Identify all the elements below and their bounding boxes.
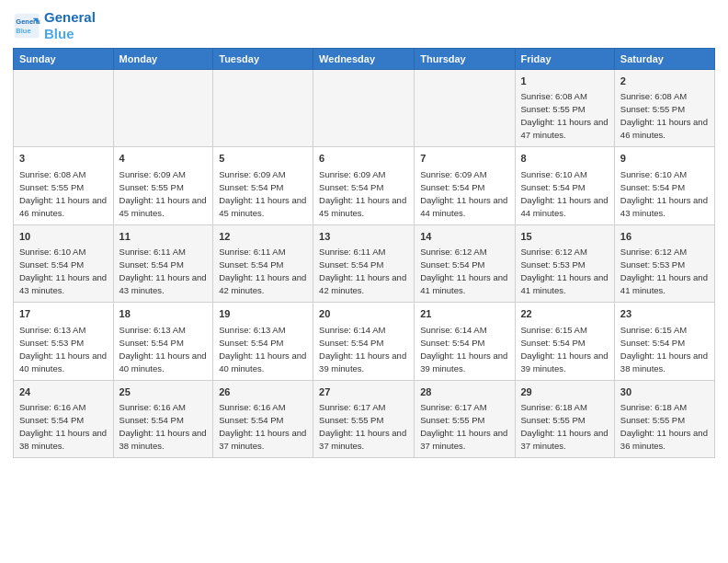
day-info: Sunrise: 6:13 AM Sunset: 5:53 PM Dayligh… — [19, 325, 107, 373]
weekday-header-monday: Monday — [113, 49, 213, 70]
day-info: Sunrise: 6:16 AM Sunset: 5:54 PM Dayligh… — [119, 402, 207, 451]
day-info: Sunrise: 6:08 AM Sunset: 5:55 PM Dayligh… — [521, 91, 609, 140]
day-cell: 12Sunrise: 6:11 AM Sunset: 5:54 PM Dayli… — [213, 224, 313, 302]
weekday-header-tuesday: Tuesday — [213, 49, 313, 70]
day-cell: 19Sunrise: 6:13 AM Sunset: 5:54 PM Dayli… — [213, 303, 313, 380]
day-cell: 11Sunrise: 6:11 AM Sunset: 5:54 PM Dayli… — [113, 224, 213, 302]
day-info: Sunrise: 6:08 AM Sunset: 5:55 PM Dayligh… — [620, 91, 708, 140]
day-number: 2 — [620, 75, 709, 88]
day-info: Sunrise: 6:14 AM Sunset: 5:54 PM Dayligh… — [319, 325, 406, 373]
day-info: Sunrise: 6:12 AM Sunset: 5:54 PM Dayligh… — [420, 247, 507, 295]
day-cell: 3Sunrise: 6:08 AM Sunset: 5:55 PM Daylig… — [14, 147, 114, 224]
day-cell: 9Sunrise: 6:10 AM Sunset: 5:54 PM Daylig… — [614, 147, 714, 224]
day-cell: 4Sunrise: 6:09 AM Sunset: 5:55 PM Daylig… — [113, 147, 213, 224]
day-number: 29 — [521, 385, 609, 399]
day-number: 30 — [620, 385, 709, 399]
day-info: Sunrise: 6:11 AM Sunset: 5:54 PM Dayligh… — [119, 247, 207, 295]
day-number: 23 — [620, 307, 709, 321]
day-cell: 8Sunrise: 6:10 AM Sunset: 5:54 PM Daylig… — [515, 147, 614, 224]
day-cell: 23Sunrise: 6:15 AM Sunset: 5:54 PM Dayli… — [614, 303, 714, 380]
day-number: 20 — [319, 307, 408, 321]
day-number: 4 — [119, 152, 208, 166]
day-info: Sunrise: 6:15 AM Sunset: 5:54 PM Dayligh… — [521, 325, 609, 373]
day-number: 15 — [521, 230, 609, 244]
day-cell: 10Sunrise: 6:10 AM Sunset: 5:54 PM Dayli… — [14, 224, 114, 302]
calendar-header: SundayMondayTuesdayWednesdayThursdayFrid… — [14, 49, 715, 70]
day-cell: 5Sunrise: 6:09 AM Sunset: 5:54 PM Daylig… — [213, 147, 313, 224]
day-number: 6 — [319, 152, 408, 166]
day-cell: 2Sunrise: 6:08 AM Sunset: 5:55 PM Daylig… — [614, 70, 714, 147]
day-info: Sunrise: 6:14 AM Sunset: 5:54 PM Dayligh… — [420, 325, 507, 373]
logo-text: GeneralBlue — [44, 9, 96, 42]
day-info: Sunrise: 6:11 AM Sunset: 5:54 PM Dayligh… — [219, 247, 306, 295]
day-number: 18 — [119, 307, 208, 321]
weekday-header-sunday: Sunday — [14, 49, 114, 70]
day-cell: 15Sunrise: 6:12 AM Sunset: 5:53 PM Dayli… — [515, 224, 614, 302]
day-cell: 27Sunrise: 6:17 AM Sunset: 5:55 PM Dayli… — [313, 380, 415, 457]
header: General Blue GeneralBlue — [13, 9, 715, 42]
day-info: Sunrise: 6:17 AM Sunset: 5:55 PM Dayligh… — [319, 402, 406, 451]
day-info: Sunrise: 6:09 AM Sunset: 5:55 PM Dayligh… — [119, 169, 207, 218]
day-number: 25 — [119, 385, 208, 399]
day-number: 19 — [219, 307, 307, 321]
day-info: Sunrise: 6:10 AM Sunset: 5:54 PM Dayligh… — [19, 247, 107, 295]
logo: General Blue GeneralBlue — [13, 9, 96, 42]
day-number: 9 — [620, 152, 709, 166]
day-info: Sunrise: 6:09 AM Sunset: 5:54 PM Dayligh… — [319, 169, 406, 218]
day-cell: 21Sunrise: 6:14 AM Sunset: 5:54 PM Dayli… — [415, 303, 515, 380]
day-cell — [415, 70, 515, 147]
day-cell: 13Sunrise: 6:11 AM Sunset: 5:54 PM Dayli… — [313, 224, 415, 302]
day-cell — [313, 70, 415, 147]
day-cell: 17Sunrise: 6:13 AM Sunset: 5:53 PM Dayli… — [14, 303, 114, 380]
day-number: 26 — [219, 385, 307, 399]
logo-icon: General Blue — [13, 12, 40, 40]
day-cell: 30Sunrise: 6:18 AM Sunset: 5:55 PM Dayli… — [614, 380, 714, 457]
weekday-header-wednesday: Wednesday — [313, 49, 415, 70]
weekday-header-saturday: Saturday — [614, 49, 714, 70]
day-cell: 26Sunrise: 6:16 AM Sunset: 5:54 PM Dayli… — [213, 380, 313, 457]
day-info: Sunrise: 6:18 AM Sunset: 5:55 PM Dayligh… — [521, 402, 609, 451]
day-info: Sunrise: 6:13 AM Sunset: 5:54 PM Dayligh… — [119, 325, 207, 373]
calendar-body: 1Sunrise: 6:08 AM Sunset: 5:55 PM Daylig… — [14, 70, 715, 458]
day-cell — [14, 70, 114, 147]
calendar: SundayMondayTuesdayWednesdayThursdayFrid… — [13, 48, 715, 458]
day-cell: 6Sunrise: 6:09 AM Sunset: 5:54 PM Daylig… — [313, 147, 415, 224]
day-info: Sunrise: 6:15 AM Sunset: 5:54 PM Dayligh… — [620, 325, 708, 373]
day-cell: 18Sunrise: 6:13 AM Sunset: 5:54 PM Dayli… — [113, 303, 213, 380]
week-row-1: 3Sunrise: 6:08 AM Sunset: 5:55 PM Daylig… — [14, 147, 715, 224]
day-number: 7 — [420, 152, 508, 166]
day-info: Sunrise: 6:08 AM Sunset: 5:55 PM Dayligh… — [19, 169, 107, 218]
week-row-0: 1Sunrise: 6:08 AM Sunset: 5:55 PM Daylig… — [14, 70, 715, 147]
day-info: Sunrise: 6:17 AM Sunset: 5:55 PM Dayligh… — [420, 402, 507, 451]
svg-text:Blue: Blue — [16, 27, 30, 35]
day-number: 22 — [521, 307, 609, 321]
day-cell: 16Sunrise: 6:12 AM Sunset: 5:53 PM Dayli… — [614, 224, 714, 302]
day-number: 3 — [19, 152, 108, 166]
day-cell — [213, 70, 313, 147]
day-cell: 7Sunrise: 6:09 AM Sunset: 5:54 PM Daylig… — [415, 147, 515, 224]
day-number: 11 — [119, 230, 208, 244]
day-number: 16 — [620, 230, 709, 244]
day-number: 5 — [219, 152, 307, 166]
day-info: Sunrise: 6:09 AM Sunset: 5:54 PM Dayligh… — [219, 169, 306, 218]
day-info: Sunrise: 6:11 AM Sunset: 5:54 PM Dayligh… — [319, 247, 406, 295]
day-info: Sunrise: 6:16 AM Sunset: 5:54 PM Dayligh… — [19, 402, 107, 451]
day-info: Sunrise: 6:10 AM Sunset: 5:54 PM Dayligh… — [620, 169, 708, 218]
weekday-header-friday: Friday — [515, 49, 614, 70]
day-number: 14 — [420, 230, 508, 244]
day-cell: 14Sunrise: 6:12 AM Sunset: 5:54 PM Dayli… — [415, 224, 515, 302]
day-cell — [113, 70, 213, 147]
day-info: Sunrise: 6:12 AM Sunset: 5:53 PM Dayligh… — [521, 247, 609, 295]
day-number: 1 — [521, 75, 609, 88]
week-row-4: 24Sunrise: 6:16 AM Sunset: 5:54 PM Dayli… — [14, 380, 715, 457]
day-cell: 1Sunrise: 6:08 AM Sunset: 5:55 PM Daylig… — [515, 70, 614, 147]
day-cell: 25Sunrise: 6:16 AM Sunset: 5:54 PM Dayli… — [113, 380, 213, 457]
day-info: Sunrise: 6:12 AM Sunset: 5:53 PM Dayligh… — [620, 247, 708, 295]
week-row-3: 17Sunrise: 6:13 AM Sunset: 5:53 PM Dayli… — [14, 303, 715, 380]
day-number: 8 — [521, 152, 609, 166]
weekday-header-thursday: Thursday — [415, 49, 515, 70]
day-number: 24 — [19, 385, 108, 399]
day-cell: 29Sunrise: 6:18 AM Sunset: 5:55 PM Dayli… — [515, 380, 614, 457]
day-info: Sunrise: 6:16 AM Sunset: 5:54 PM Dayligh… — [219, 402, 306, 451]
day-number: 17 — [19, 307, 108, 321]
